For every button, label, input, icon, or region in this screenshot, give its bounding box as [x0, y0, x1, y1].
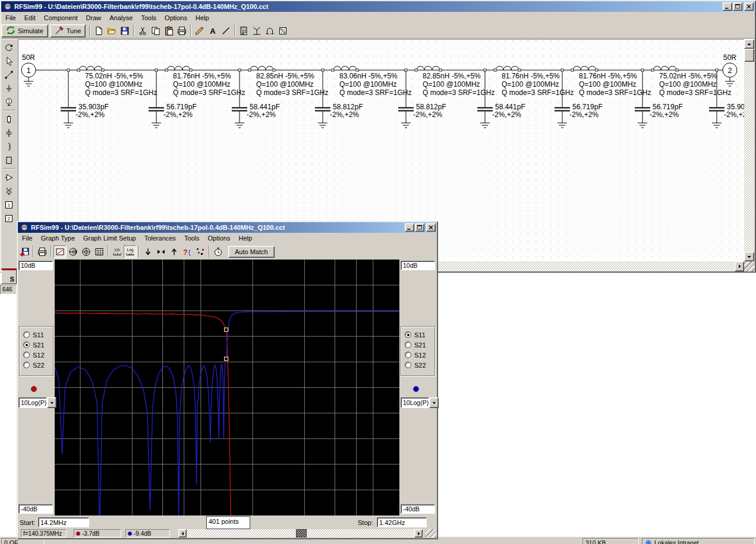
inductor-L8[interactable]: 75.02nH -5%,+5%Q=100 @100MHzQ mode=3 SRF… [651, 67, 731, 97]
radio-s12[interactable]: S12 [20, 350, 53, 360]
menu-item-tools[interactable]: Tools [137, 13, 160, 23]
tune-button[interactable]: Tune [50, 24, 86, 37]
port1-box-icon[interactable]: 1 [2, 198, 16, 211]
brush-icon[interactable] [193, 24, 206, 37]
graph-plot-area[interactable] [55, 260, 399, 515]
scroll-down-button[interactable] [744, 252, 754, 261]
menu-item-draw[interactable]: Draw [82, 13, 106, 23]
left-marker-color-dot[interactable] [31, 386, 37, 392]
query-icon[interactable]: ?{ [181, 245, 194, 258]
menu-item-component[interactable]: Component [40, 13, 82, 23]
main-titlebar[interactable]: RFSim99 - U:\Dateien\R3000-Filterbank\rf… [1, 1, 755, 12]
inductor-L4[interactable]: 83.06nH -5%,+5%Q=100 @100MHzQ mode=3 SRF… [332, 67, 411, 97]
radio-s21[interactable]: S21 [401, 340, 434, 350]
menu-item-graph-type[interactable]: Graph Type [37, 233, 79, 243]
polar-chart-icon[interactable] [80, 245, 93, 258]
scroll-right-button[interactable] [414, 529, 423, 537]
coupler-icon[interactable] [263, 24, 276, 37]
scrollbar-thumb[interactable] [296, 529, 307, 537]
radio-circle[interactable] [405, 341, 411, 348]
scroll-left-button[interactable] [178, 529, 187, 537]
menu-item-options[interactable]: Options [160, 13, 191, 23]
radio-circle[interactable] [405, 352, 411, 358]
radio-circle[interactable] [23, 331, 30, 338]
print-icon[interactable] [175, 24, 188, 37]
menu-item-help[interactable]: Help [234, 233, 256, 243]
scroll-up-button[interactable] [744, 39, 754, 49]
smith-chart-icon[interactable] [67, 245, 80, 258]
inductor-L1[interactable]: 75.02nH -5%,+5%Q=100 @100MHzQ mode=3 SRF… [77, 67, 157, 97]
port-icon[interactable]: 1 [2, 95, 16, 109]
shield-icon[interactable] [2, 153, 16, 167]
maximize-button[interactable] [415, 223, 424, 232]
cut-icon[interactable] [136, 24, 149, 37]
minimized-window-fragment[interactable]: S [1, 268, 17, 284]
minimize-button[interactable] [723, 2, 732, 11]
inductor-L7[interactable]: 81.76nH -5%,+5%Q=100 @100MHzQ mode=3 SRF… [571, 67, 651, 97]
menu-item-analyse[interactable]: Analyse [105, 13, 137, 23]
inductor-icon[interactable] [2, 140, 16, 153]
antenna-icon[interactable] [250, 24, 263, 37]
log-scale-icon[interactable]: Log [124, 245, 137, 258]
inductor-L3[interactable]: 82.85nH -5%,+5%Q=100 @100MHzQ mode=3 SRF… [248, 67, 328, 97]
save-icon[interactable] [118, 24, 131, 37]
port-1[interactable]: 50R1 [21, 53, 36, 86]
ground-icon[interactable] [2, 81, 16, 95]
scroll-right-button[interactable] [735, 261, 744, 271]
close-button[interactable] [426, 223, 436, 232]
amplifier-icon[interactable] [2, 170, 16, 184]
right-marker-color-dot[interactable] [413, 386, 419, 392]
print-icon[interactable] [36, 245, 49, 258]
right-top-scale-field[interactable]: 10dB [401, 261, 435, 270]
markers-icon[interactable] [194, 245, 207, 258]
menu-item-file[interactable]: File [1, 13, 20, 23]
inductor-L5[interactable]: 82.85nH -5%,+5%Q=100 @100MHzQ mode=3 SRF… [415, 67, 494, 97]
new-icon[interactable] [92, 24, 105, 37]
right-bottom-scale-field[interactable]: -40dB [401, 504, 435, 514]
marker-s21[interactable] [225, 328, 228, 331]
inductor-L2[interactable]: 81.76nH -5%,+5%Q=100 @100MHzQ mode=3 SRF… [165, 67, 245, 97]
maximize-button[interactable] [733, 2, 742, 11]
radio-s11[interactable]: S11 [20, 330, 53, 340]
port-2[interactable]: 50R2 [723, 53, 737, 86]
radio-circle[interactable] [23, 362, 30, 368]
close-button[interactable] [744, 2, 754, 11]
compress-x-icon[interactable] [155, 245, 168, 258]
menu-item-tolerances[interactable]: Tolerances [140, 233, 180, 243]
right-format-dropdown[interactable]: 10Log(P) [401, 397, 435, 408]
transformer-icon[interactable] [2, 184, 16, 198]
radio-s12[interactable]: S12 [401, 350, 434, 360]
left-top-scale-field[interactable]: 10dB [18, 261, 53, 270]
marker-s11[interactable] [225, 357, 228, 360]
calculator-icon[interactable] [237, 24, 250, 37]
resize-grip[interactable] [744, 261, 754, 271]
open-icon[interactable] [105, 24, 118, 37]
resize-grip[interactable] [426, 529, 436, 537]
tolerance-icon[interactable] [276, 24, 289, 37]
menu-item-graph-limit-setup[interactable]: Graph Limit Setup [79, 233, 140, 243]
stop-frequency-field[interactable]: 1.42GHz [377, 517, 427, 527]
up-arrow-icon[interactable] [168, 245, 181, 258]
copy-icon[interactable] [149, 24, 162, 37]
resistor-icon[interactable] [2, 112, 16, 126]
text-icon[interactable]: A [206, 24, 219, 37]
stopwatch-icon[interactable] [212, 245, 225, 258]
graph-titlebar[interactable]: RFSim99 - U:\Dateien\R3000-Filterbank\rf… [18, 222, 437, 233]
start-frequency-field[interactable]: 14.2MHz [38, 517, 89, 527]
simulate-button[interactable]: Simulate [1, 24, 48, 37]
chevron-down-icon[interactable] [429, 397, 439, 408]
radio-s21[interactable]: S21 [20, 340, 53, 350]
radio-circle[interactable] [405, 331, 411, 338]
rect-plot-icon[interactable] [53, 245, 67, 258]
radio-s22[interactable]: S22 [401, 360, 434, 370]
radio-s22[interactable]: S22 [20, 360, 53, 370]
down-arrow-icon[interactable] [141, 245, 155, 258]
menu-item-help[interactable]: Help [191, 13, 213, 23]
chevron-down-icon[interactable] [47, 397, 56, 408]
capacitor-icon[interactable] [2, 126, 16, 140]
port2-box-icon[interactable]: 2 [2, 211, 16, 225]
radio-s11[interactable]: S11 [401, 330, 434, 340]
menu-item-edit[interactable]: Edit [20, 13, 40, 23]
paste-icon[interactable] [162, 24, 175, 37]
menu-item-file[interactable]: File [18, 233, 37, 243]
